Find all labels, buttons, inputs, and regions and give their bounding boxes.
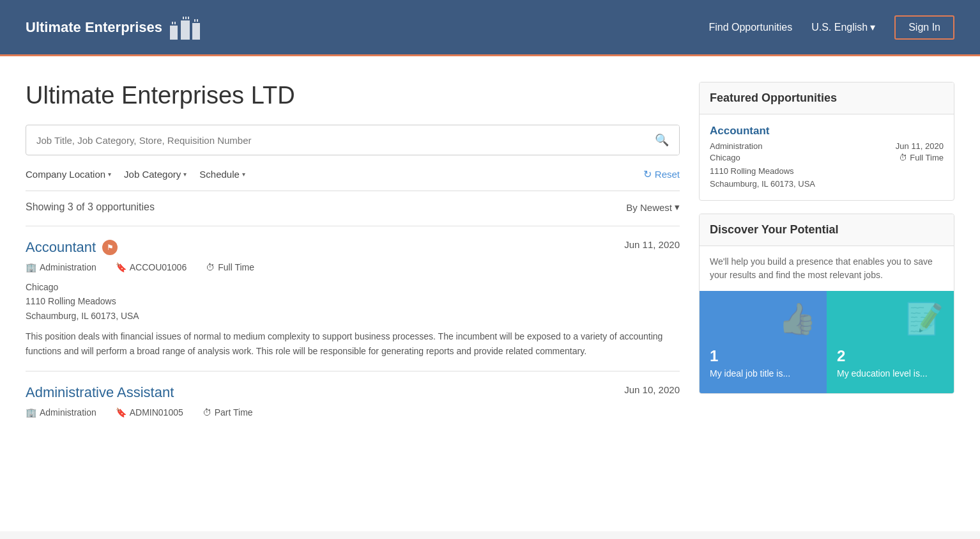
job-department-item: 🏢 Administration — [26, 262, 96, 272]
featured-city: Chicago — [710, 153, 740, 162]
svg-rect-5 — [183, 17, 184, 19]
featured-job: Accountant Administration Jun 11, 2020 C… — [700, 114, 954, 200]
clock-icon: ⏱ — [206, 262, 215, 272]
svg-rect-8 — [194, 19, 195, 22]
reset-button[interactable]: ↻ Reset — [643, 168, 680, 180]
job-title-row: Accountant ⚑ — [26, 239, 118, 256]
building-icon: 🏢 — [26, 262, 36, 272]
featured-badge: ⚑ — [102, 240, 118, 255]
discover-potential-box: Discover Your Potential We'll help you b… — [699, 214, 954, 394]
reset-icon: ↻ — [643, 168, 652, 180]
schedule-filter[interactable]: Schedule ▾ — [199, 169, 245, 180]
job-category-filter[interactable]: Job Category ▾ — [124, 169, 187, 180]
header-nav: Find Opportunities U.S. English ▾ Sign I… — [708, 15, 954, 40]
language-selector[interactable]: U.S. English ▾ — [811, 21, 875, 33]
featured-job-detail-dept: Administration Jun 11, 2020 — [710, 141, 944, 151]
results-count: Showing 3 of 3 opportunities — [26, 201, 155, 213]
featured-address1: 1110 Rolling Meadows — [710, 166, 794, 176]
job-schedule-item-2: ⏱ Part Time — [203, 407, 253, 418]
svg-rect-0 — [170, 26, 178, 40]
company-location-filter[interactable]: Company Location ▾ — [26, 169, 111, 180]
discover-card-2[interactable]: 📝 2 My education level is... — [827, 291, 954, 393]
job-title-admin-assistant[interactable]: Administrative Assistant — [26, 384, 174, 401]
company-location-label: Company Location — [26, 169, 105, 180]
header: Ultimate Enterprises Find Opportunities … — [0, 0, 980, 56]
company-location-chevron: ▾ — [108, 171, 111, 178]
results-bar: Showing 3 of 3 opportunities By Newest ▾ — [26, 201, 680, 213]
discover-cards: 👍 1 My ideal job title is... 📝 2 My educ… — [700, 291, 954, 393]
reset-label: Reset — [655, 169, 680, 180]
sort-chevron: ▾ — [675, 201, 680, 213]
filters-bar: Company Location ▾ Job Category ▾ Schedu… — [26, 168, 680, 191]
job-card-accountant: Accountant ⚑ Jun 11, 2020 🏢 Administrati… — [26, 226, 680, 371]
find-opportunities-link[interactable]: Find Opportunities — [708, 22, 792, 33]
featured-department: Administration — [710, 141, 762, 151]
schedule-chevron: ▾ — [242, 171, 245, 178]
job-location-accountant: Chicago 1110 Rolling Meadows Schaumburg,… — [26, 280, 680, 323]
main-container: Ultimate Enterprises LTD 🔍 Company Locat… — [0, 56, 980, 531]
job-card-header: Accountant ⚑ Jun 11, 2020 — [26, 239, 680, 256]
job-department: Administration — [40, 262, 96, 272]
job-schedule: Full Time — [218, 262, 254, 272]
job-card-header-2: Administrative Assistant Jun 10, 2020 — [26, 384, 680, 401]
svg-rect-4 — [174, 22, 176, 24]
job-date-admin-assistant: Jun 10, 2020 — [624, 384, 680, 395]
job-title-accountant[interactable]: Accountant — [26, 239, 96, 256]
svg-rect-9 — [197, 19, 198, 22]
logo: Ultimate Enterprises — [26, 15, 201, 40]
education-icon: 📝 — [905, 301, 944, 337]
job-date-accountant: Jun 11, 2020 — [624, 239, 680, 250]
featured-section-title: Featured Opportunities — [700, 82, 954, 114]
page-title: Ultimate Enterprises LTD — [26, 82, 680, 109]
left-panel: Ultimate Enterprises LTD 🔍 Company Locat… — [26, 82, 680, 506]
job-description-accountant: This position deals with financial issue… — [26, 329, 680, 358]
discover-card-1[interactable]: 👍 1 My ideal job title is... — [700, 291, 827, 393]
job-req-2: ADMIN01005 — [130, 407, 183, 418]
job-address1: 1110 Rolling Meadows — [26, 296, 116, 306]
search-button[interactable]: 🔍 — [645, 125, 679, 155]
bookmark-icon: 🔖 — [116, 262, 126, 272]
featured-schedule: Full Time — [910, 153, 944, 162]
job-req: ACCOU01006 — [130, 262, 187, 272]
sort-label: By Newest — [626, 202, 672, 213]
svg-rect-6 — [185, 17, 187, 19]
right-panel: Featured Opportunities Accountant Admini… — [699, 82, 954, 506]
job-schedule-2: Part Time — [215, 407, 253, 418]
discover-section-title: Discover Your Potential — [700, 214, 954, 246]
job-department-2: Administration — [40, 407, 96, 418]
job-department-item-2: 🏢 Administration — [26, 407, 96, 418]
job-city: Chicago — [26, 282, 58, 292]
featured-job-time: ⏱ Full Time — [899, 153, 944, 162]
logo-text: Ultimate Enterprises — [26, 19, 162, 36]
svg-rect-1 — [181, 20, 190, 40]
featured-job-title[interactable]: Accountant — [710, 125, 944, 137]
bookmark-icon-2: 🔖 — [116, 407, 126, 418]
building-icon-2: 🏢 — [26, 407, 36, 418]
language-label: U.S. English — [811, 22, 868, 33]
clock-icon-featured: ⏱ — [899, 153, 907, 162]
discover-description: We'll help you build a presence that ena… — [700, 246, 954, 291]
featured-icon: ⚑ — [107, 243, 114, 252]
signin-button[interactable]: Sign In — [894, 15, 954, 40]
discover-card-2-num: 2 — [837, 347, 845, 365]
svg-rect-3 — [172, 22, 173, 24]
thumbsup-icon: 👍 — [778, 301, 816, 337]
job-address2: Schaumburg, IL 60173, USA — [26, 311, 139, 321]
language-chevron: ▾ — [870, 21, 875, 33]
clock-icon-2: ⏱ — [203, 407, 211, 418]
search-input[interactable] — [26, 127, 645, 153]
featured-address2: Schaumburg, IL 60173, USA — [710, 179, 815, 189]
featured-opportunities-box: Featured Opportunities Accountant Admini… — [699, 82, 954, 201]
discover-card-1-label: My ideal job title is... — [710, 368, 790, 380]
job-meta-admin-assistant: 🏢 Administration 🔖 ADMIN01005 ⏱ Part Tim… — [26, 407, 680, 418]
search-bar: 🔍 — [26, 125, 680, 155]
featured-job-location: 1110 Rolling Meadows Schaumburg, IL 6017… — [710, 165, 944, 190]
featured-date: Jun 11, 2020 — [896, 141, 944, 151]
job-title-row-2: Administrative Assistant — [26, 384, 174, 401]
schedule-label: Schedule — [199, 169, 240, 180]
logo-icon — [169, 15, 201, 40]
featured-job-detail-city: Chicago ⏱ Full Time — [710, 153, 944, 162]
search-icon: 🔍 — [655, 134, 669, 146]
job-schedule-item: ⏱ Full Time — [206, 262, 254, 272]
sort-button[interactable]: By Newest ▾ — [626, 201, 680, 213]
